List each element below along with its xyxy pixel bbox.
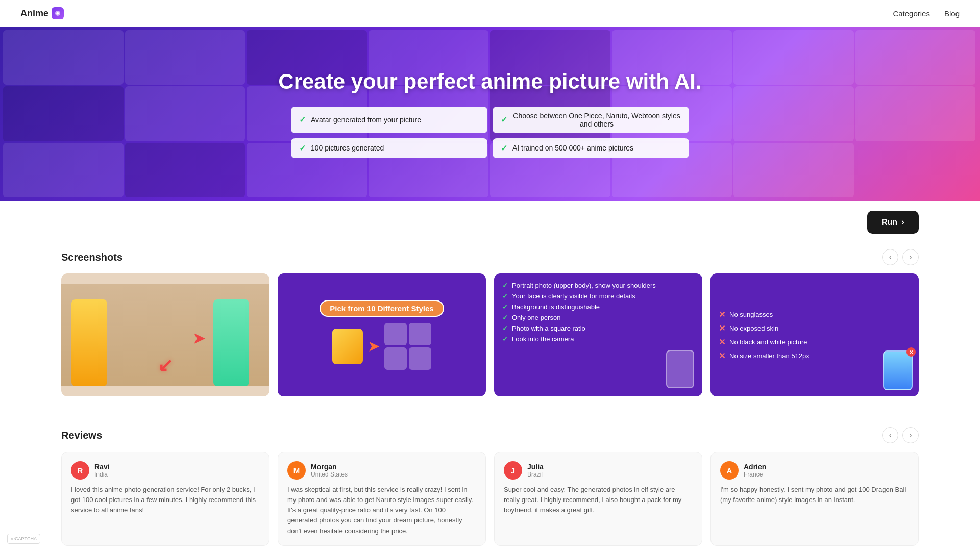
x-icon-3: ✕ bbox=[719, 337, 725, 347]
review-author-adrien: A Adrien France bbox=[720, 461, 909, 480]
navbar: Anime Categories Blog bbox=[0, 0, 980, 27]
run-button-wrap: Run › bbox=[0, 201, 980, 234]
author-country-julia: Brazil bbox=[527, 471, 544, 478]
review-text-ravi: I loved this anime photo generation serv… bbox=[71, 485, 260, 515]
checklist-item-2: ✓ Your face is clearly visible for more … bbox=[502, 292, 694, 300]
author-name-ravi: Ravi bbox=[94, 463, 110, 471]
avatar-julia: J bbox=[504, 461, 522, 480]
hero-feature-3: ✓ 100 pictures generated bbox=[291, 138, 487, 158]
logo[interactable]: Anime bbox=[20, 7, 64, 19]
author-name-adrien: Adrien bbox=[744, 463, 766, 471]
check-green-2: ✓ bbox=[502, 292, 508, 300]
x-icon-2: ✕ bbox=[719, 323, 725, 333]
logo-badge bbox=[52, 7, 64, 19]
screenshot-card-photo: ➤ ↙ bbox=[61, 273, 270, 396]
hero-feature-2: ✓ Choose between One Piece, Naruto, Webt… bbox=[493, 107, 689, 133]
hero-title: Create your perfect anime picture with A… bbox=[278, 69, 701, 94]
check-green-3: ✓ bbox=[502, 303, 508, 311]
review-card-julia: J Julia Brazil Super cool and easy. The … bbox=[494, 452, 702, 546]
screenshots-header: Screenshots ‹ › bbox=[61, 249, 919, 265]
styles-label: Pick from 10 Different Styles bbox=[320, 300, 444, 317]
review-author-julia: J Julia Brazil bbox=[504, 461, 693, 480]
author-country-ravi: India bbox=[94, 471, 110, 478]
avatar-ravi: R bbox=[71, 461, 89, 480]
review-text-adrien: I'm so happy honestly. I sent my photo a… bbox=[720, 485, 909, 505]
rule-item-3: ✕ No black and white picture bbox=[719, 337, 911, 347]
check-green-1: ✓ bbox=[502, 282, 508, 289]
run-arrow-icon: › bbox=[901, 217, 904, 228]
check-icon-3: ✓ bbox=[299, 143, 306, 153]
screenshots-title: Screenshots bbox=[61, 252, 122, 263]
author-name-julia: Julia bbox=[527, 463, 544, 471]
reviews-next-arrow[interactable]: › bbox=[902, 427, 919, 443]
x-icon-4: ✕ bbox=[719, 351, 725, 361]
hero-feature-4: ✓ AI trained on 500 000+ anime pictures bbox=[493, 138, 689, 158]
checklist-item-3: ✓ Background is distinguishable bbox=[502, 303, 694, 311]
rule-item-2: ✕ No exposed skin bbox=[719, 323, 911, 333]
recaptcha-badge: reCAPTCHA bbox=[7, 534, 40, 544]
screenshots-prev-arrow[interactable]: ‹ bbox=[882, 249, 898, 265]
hero-features: ✓ Avatar generated from your picture ✓ C… bbox=[291, 107, 689, 158]
screenshot-card-checklist: ✓ Portrait photo (upper body), show your… bbox=[494, 273, 702, 396]
screenshots-nav-arrows: ‹ › bbox=[882, 249, 919, 265]
reviews-nav-arrows: ‹ › bbox=[882, 427, 919, 443]
rule-item-1: ✕ No sunglasses bbox=[719, 310, 911, 319]
checklist-item-1: ✓ Portrait photo (upper body), show your… bbox=[502, 282, 694, 289]
review-text-julia: Super cool and easy. The generated photo… bbox=[504, 485, 693, 515]
reviews-grid: R Ravi India I loved this anime photo ge… bbox=[61, 452, 919, 546]
hero-content: Create your perfect anime picture with A… bbox=[268, 54, 712, 173]
author-name-morgan: Morgan bbox=[311, 463, 348, 471]
hero-feature-text-2: Choose between One Piece, Naruto, Webtoo… bbox=[512, 112, 681, 128]
avatar-adrien: A bbox=[720, 461, 739, 480]
reviews-header: Reviews ‹ › bbox=[61, 427, 919, 443]
run-button-label: Run bbox=[881, 218, 897, 227]
nav-blog[interactable]: Blog bbox=[944, 9, 960, 18]
check-green-6: ✓ bbox=[502, 335, 508, 343]
author-info-adrien: Adrien France bbox=[744, 463, 766, 478]
hero-feature-text-3: 100 pictures generated bbox=[311, 144, 384, 152]
hero-feature-1: ✓ Avatar generated from your picture bbox=[291, 107, 487, 133]
rule-item-4: ✕ No size smaller than 512px bbox=[719, 351, 911, 361]
checklist-item-6: ✓ Look into the camera bbox=[502, 335, 694, 343]
logo-text: Anime bbox=[20, 8, 48, 19]
author-country-adrien: France bbox=[744, 471, 766, 478]
checklist-item-4: ✓ Only one person bbox=[502, 314, 694, 321]
nav-categories[interactable]: Categories bbox=[893, 9, 930, 18]
x-icon-1: ✕ bbox=[719, 310, 725, 319]
check-green-4: ✓ bbox=[502, 314, 508, 321]
nav-links: Categories Blog bbox=[893, 9, 960, 18]
hero-section: Create your perfect anime picture with A… bbox=[0, 27, 980, 201]
styles-arrow-icon: ➤ bbox=[368, 339, 379, 355]
review-card-morgan: M Morgan United States I was skeptical a… bbox=[278, 452, 486, 546]
author-info-morgan: Morgan United States bbox=[311, 463, 348, 478]
review-author-ravi: R Ravi India bbox=[71, 461, 260, 480]
reviews-section: Reviews ‹ › R Ravi India I loved this an… bbox=[0, 412, 980, 551]
hero-feature-text-4: AI trained on 500 000+ anime pictures bbox=[512, 144, 633, 152]
review-text-morgan: I was skeptical at first, but this servi… bbox=[287, 485, 476, 536]
check-icon-4: ✓ bbox=[501, 143, 507, 153]
review-author-morgan: M Morgan United States bbox=[287, 461, 476, 480]
rule-thumb-container: ✕ bbox=[883, 350, 913, 390]
check-icon-2: ✓ bbox=[501, 115, 507, 124]
screenshots-section: Screenshots ‹ › ➤ ↙ bbox=[0, 234, 980, 412]
screenshots-grid: ➤ ↙ Pick from 10 Different Styles ➤ bbox=[61, 273, 919, 396]
review-card-adrien: A Adrien France I'm so happy honestly. I… bbox=[710, 452, 919, 546]
author-country-morgan: United States bbox=[311, 471, 348, 478]
hero-feature-text-1: Avatar generated from your picture bbox=[311, 116, 421, 124]
screenshot-card-rules: ✕ No sunglasses ✕ No exposed skin ✕ No b… bbox=[710, 273, 919, 396]
author-info-julia: Julia Brazil bbox=[527, 463, 544, 478]
screenshots-next-arrow[interactable]: › bbox=[902, 249, 919, 265]
check-icon-1: ✓ bbox=[299, 115, 306, 124]
avatar-morgan: M bbox=[287, 461, 306, 480]
screenshot-card-styles: Pick from 10 Different Styles ➤ bbox=[278, 273, 486, 396]
reviews-title: Reviews bbox=[61, 430, 102, 441]
review-card-ravi: R Ravi India I loved this anime photo ge… bbox=[61, 452, 270, 546]
run-button[interactable]: Run › bbox=[867, 211, 919, 234]
author-info-ravi: Ravi India bbox=[94, 463, 110, 478]
checklist-item-5: ✓ Photo with a square ratio bbox=[502, 324, 694, 332]
reviews-prev-arrow[interactable]: ‹ bbox=[882, 427, 898, 443]
rule-thumb-x-badge: ✕ bbox=[906, 347, 916, 357]
check-green-5: ✓ bbox=[502, 324, 508, 332]
